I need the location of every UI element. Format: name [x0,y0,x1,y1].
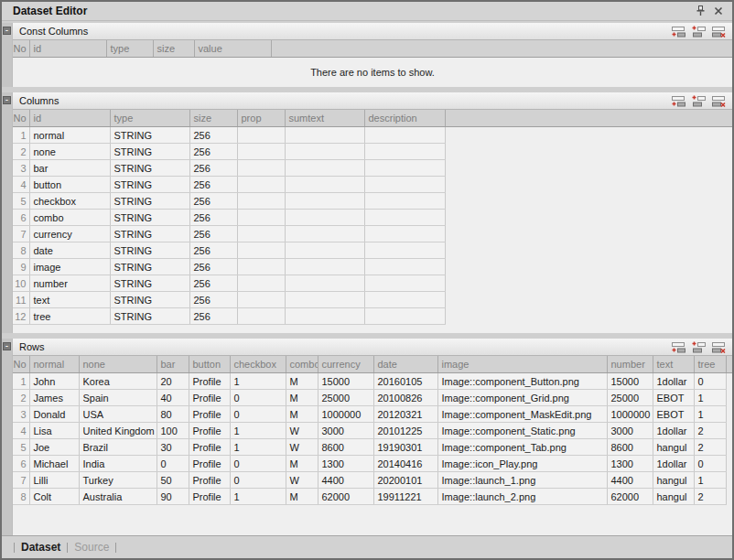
add-row-icon[interactable] [672,95,685,107]
cell[interactable] [285,177,364,193]
delete-row-icon[interactable] [712,95,726,107]
cell[interactable]: 1dollar [653,423,694,439]
cell[interactable]: 6 [13,456,29,472]
cell[interactable]: Turkey [79,472,157,489]
cell[interactable] [285,275,364,292]
cell[interactable]: Korea [79,373,157,390]
cell[interactable]: 19190301 [373,439,437,456]
collapse-icon[interactable]: - [3,27,11,35]
cell[interactable]: 3 [13,160,29,177]
cell[interactable]: 1 [694,390,726,406]
column-header-normal[interactable]: normal [29,356,79,373]
cell[interactable]: STRING [110,127,189,144]
cell[interactable]: 256 [189,242,237,259]
cell[interactable]: bar [29,160,110,177]
cell[interactable]: Image::component_MaskEdit.png [437,406,607,423]
cell[interactable]: hangul [653,439,694,456]
cell[interactable] [285,144,364,160]
cell[interactable] [285,127,364,144]
cell[interactable] [364,259,445,275]
column-header-currency[interactable]: currency [318,356,373,373]
cell[interactable]: Profile [189,489,230,505]
cell[interactable]: United Kingdom [79,423,157,439]
cell[interactable] [364,226,445,242]
cell[interactable]: 19911221 [373,489,437,505]
cell[interactable]: Image::component_Static.png [437,423,607,439]
cell[interactable] [364,193,445,210]
cell[interactable]: image [29,259,110,275]
insert-row-icon[interactable] [692,26,706,38]
cell[interactable]: 0 [230,472,286,489]
cell[interactable] [364,275,445,292]
column-header-prop[interactable]: prop [237,110,285,127]
cell[interactable]: STRING [110,242,189,259]
cell[interactable] [364,144,445,160]
cell[interactable] [285,242,364,259]
cell[interactable]: 8 [13,489,29,505]
column-header-id[interactable]: id [29,40,106,58]
cell[interactable]: Brazil [79,439,157,456]
cell[interactable]: 4400 [318,472,373,489]
cell[interactable]: STRING [110,308,189,325]
cell[interactable]: M [286,489,318,505]
cell[interactable]: Lilli [29,472,79,489]
cell[interactable]: 15000 [607,373,653,390]
tab-dataset[interactable]: Dataset [21,541,60,554]
cell[interactable]: 256 [189,275,237,292]
cell[interactable]: 1 [230,423,286,439]
column-header-size[interactable]: size [189,110,237,127]
collapse-icon[interactable]: - [3,96,11,104]
cell[interactable]: number [29,275,110,292]
column-header-size[interactable]: size [153,40,194,58]
cell[interactable] [285,308,364,325]
cell[interactable]: Lisa [29,423,79,439]
cell[interactable]: 8 [13,242,29,259]
cell[interactable]: Profile [189,472,230,489]
cell[interactable]: 256 [189,177,237,193]
delete-row-icon[interactable] [712,341,726,353]
cell[interactable]: 20100826 [373,390,437,406]
cell[interactable] [237,308,285,325]
cell[interactable]: Joe [29,439,79,456]
cell[interactable]: W [286,439,318,456]
cell[interactable]: STRING [110,292,189,308]
cell[interactable]: 256 [189,193,237,210]
cell[interactable]: 256 [189,127,237,144]
cell[interactable]: STRING [110,226,189,242]
cell[interactable]: normal [29,127,110,144]
cell[interactable]: STRING [110,177,189,193]
cell[interactable]: 12 [13,308,29,325]
column-header-type[interactable]: type [106,40,153,58]
cell[interactable] [285,210,364,226]
cell[interactable]: 0 [694,373,726,390]
cell[interactable]: 2 [694,489,726,505]
cell[interactable]: none [29,144,110,160]
cell[interactable]: Image::icon_Play.png [437,456,607,472]
cell[interactable]: Image::launch_1.png [437,472,607,489]
cell[interactable] [364,177,445,193]
column-header-sumtext[interactable]: sumtext [285,110,364,127]
cell[interactable]: 3000 [607,423,653,439]
cell[interactable]: hangul [653,489,694,505]
column-header-button[interactable]: button [189,356,230,373]
cell[interactable]: 7 [13,226,29,242]
cell[interactable]: 15000 [318,373,373,390]
cell[interactable]: 4400 [607,472,653,489]
cell[interactable]: 100 [157,423,189,439]
column-header-bar[interactable]: bar [157,356,189,373]
cell[interactable]: 25000 [318,390,373,406]
cell[interactable]: 256 [189,210,237,226]
cell[interactable] [237,144,285,160]
cell[interactable]: Michael [29,456,79,472]
cell[interactable]: 20120321 [373,406,437,423]
cell[interactable]: 62000 [607,489,653,505]
cell[interactable] [237,193,285,210]
column-header-no[interactable]: No [13,356,29,373]
cell[interactable]: 1 [230,489,286,505]
cell[interactable]: 1000000 [318,406,373,423]
cell[interactable] [237,177,285,193]
cell[interactable]: W [286,472,318,489]
cell[interactable]: John [29,373,79,390]
cell[interactable] [364,127,445,144]
cell[interactable]: 5 [13,439,29,456]
